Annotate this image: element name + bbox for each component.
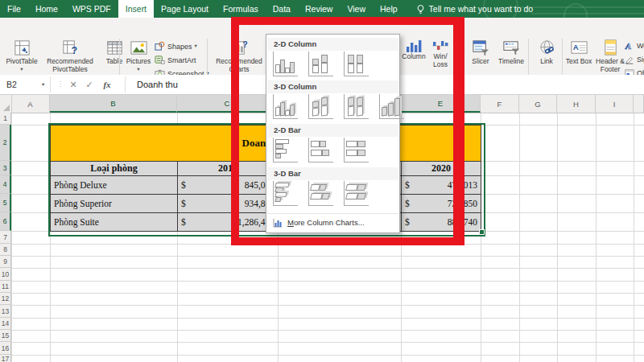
row-header-8[interactable]: 8 xyxy=(0,244,11,256)
row-header-3[interactable]: 3 xyxy=(0,161,11,175)
winloss-sparkline-button[interactable]: Win/ Loss xyxy=(428,39,452,69)
row-headers[interactable]: 1234567891011121314151617 xyxy=(0,113,11,362)
name-box-dropdown-icon[interactable]: ▾ xyxy=(42,82,44,88)
table-row-value[interactable]: $845,037 xyxy=(177,175,279,195)
gridline xyxy=(11,293,644,294)
row-header-14[interactable]: 14 xyxy=(0,318,11,330)
table-row-name[interactable]: Phòng Superior xyxy=(50,194,178,213)
tab-page-layout[interactable]: Page Layout xyxy=(154,0,216,18)
row-header-10[interactable]: 10 xyxy=(0,268,11,281)
link-button[interactable]: Link xyxy=(533,39,560,66)
shapes-icon xyxy=(155,41,165,51)
enter-icon[interactable]: ✓ xyxy=(82,75,97,94)
clustered-bar-chart-icon[interactable] xyxy=(273,138,298,162)
column-header-F[interactable]: F xyxy=(481,95,519,113)
table-row-value[interactable]: $1,286,472 xyxy=(177,212,279,232)
header-footer-icon xyxy=(601,39,620,57)
table-header-room-type[interactable]: Loại phòng xyxy=(50,161,178,176)
more-column-charts-item[interactable]: More Column Charts... xyxy=(267,213,398,231)
column-header-I[interactable]: I xyxy=(596,95,634,113)
row-header-16[interactable]: 16 xyxy=(0,342,11,355)
stacked-column-chart-icon[interactable] xyxy=(308,51,333,76)
smartart-button[interactable]: SmartArt xyxy=(155,55,196,65)
slicer-button[interactable]: Slicer xyxy=(467,39,494,66)
table-row-value[interactable]: $934,802 xyxy=(177,194,279,213)
group-separator xyxy=(207,39,208,79)
stacked100-column-3d-chart-icon[interactable] xyxy=(344,94,369,119)
signature-pen-icon xyxy=(625,55,634,64)
shapes-button[interactable]: Shapes ▾ xyxy=(155,41,197,51)
table-header-2018[interactable]: 2018 xyxy=(177,161,279,176)
cell-value: 475,013 xyxy=(448,180,477,190)
tab-help[interactable]: Help xyxy=(373,0,405,18)
stacked-bar-3d-chart-icon[interactable] xyxy=(308,181,333,206)
gridline xyxy=(11,355,644,356)
cancel-icon[interactable]: ✕ xyxy=(66,75,80,94)
text-box-button[interactable]: A Text Box xyxy=(565,39,592,66)
row-header-2[interactable]: 2 xyxy=(0,125,11,161)
tab-file[interactable]: File xyxy=(0,0,28,18)
row-header-4[interactable]: 4 xyxy=(0,175,11,194)
insert-function-icon[interactable]: fx xyxy=(100,75,114,94)
gallery-section-2-d-column: 2-D Column xyxy=(267,38,398,51)
stacked-bar-chart-icon[interactable] xyxy=(308,138,333,162)
row-header-15[interactable]: 15 xyxy=(0,330,11,342)
row-header-9[interactable]: 9 xyxy=(0,256,11,268)
stacked-column-3d-chart-icon[interactable] xyxy=(308,94,333,119)
tell-me-box[interactable]: Tell me what you want to do xyxy=(429,4,534,14)
tab-insert[interactable]: Insert xyxy=(118,0,154,18)
formula-input[interactable]: Doanh thu xyxy=(137,75,178,94)
pivottable-button[interactable]: PivotTable ▾ xyxy=(3,39,40,72)
table-row-value[interactable]: $475,013 xyxy=(401,175,481,195)
timeline-button[interactable]: Timeline xyxy=(494,39,528,66)
column-header-H[interactable]: H xyxy=(557,95,596,113)
select-all-corner[interactable] xyxy=(0,95,12,113)
pictures-button[interactable]: Pictures ▾ xyxy=(122,39,155,72)
ribbon-tab-bar: FileHomeWPS PDFInsertPage LayoutFormulas… xyxy=(0,0,644,18)
three-d-column-chart-icon[interactable] xyxy=(379,94,404,119)
group-separator xyxy=(119,39,120,79)
stacked100-bar-chart-icon[interactable] xyxy=(344,138,369,162)
row-header-12[interactable]: 12 xyxy=(0,293,11,305)
smartart-label: SmartArt xyxy=(167,56,196,64)
stacked100-bar-3d-chart-icon[interactable] xyxy=(344,181,369,206)
text-box-label: Text Box xyxy=(566,58,592,66)
table-row-value[interactable]: $880,740 xyxy=(401,212,481,232)
table-row-name[interactable]: Phòng Deluxe xyxy=(50,175,178,195)
tab-formulas[interactable]: Formulas xyxy=(216,0,266,18)
tab-wps-pdf[interactable]: WPS PDF xyxy=(65,0,118,18)
recommended-charts-button[interactable]: ? Recommended Charts xyxy=(211,39,267,74)
column-header-partial[interactable] xyxy=(634,95,644,113)
clustered-column-3d-chart-icon[interactable] xyxy=(273,94,298,119)
tab-data[interactable]: Data xyxy=(266,0,298,18)
row-header-1[interactable]: 1 xyxy=(0,113,11,125)
column-header-C[interactable]: C xyxy=(177,95,278,113)
row-header-5[interactable]: 5 xyxy=(0,194,11,212)
column-header-A[interactable]: A xyxy=(11,95,50,113)
header-footer-button[interactable]: Header & Footer xyxy=(593,39,627,74)
tab-review[interactable]: Review xyxy=(298,0,340,18)
stacked100-column-chart-icon[interactable] xyxy=(344,51,369,76)
row-header-13[interactable]: 13 xyxy=(0,305,11,318)
selection-fill-handle[interactable] xyxy=(479,229,485,235)
signature-line-button[interactable]: Signa xyxy=(625,55,644,64)
wordart-button[interactable]: A Word xyxy=(625,41,644,51)
gridline xyxy=(11,330,644,331)
row-header-6[interactable]: 6 xyxy=(0,212,11,231)
column-sparkline-button[interactable]: Column xyxy=(399,39,428,61)
table-row-value[interactable]: $720,850 xyxy=(401,194,481,213)
table-header-2020[interactable]: 2020 xyxy=(401,161,481,176)
clustered-column-chart-icon[interactable] xyxy=(273,51,298,76)
column-header-B[interactable]: B xyxy=(50,95,177,113)
recommended-pivottables-button[interactable]: ? Recommended PivotTables xyxy=(40,39,100,74)
column-header-G[interactable]: G xyxy=(519,95,557,113)
row-header-17[interactable]: 17 xyxy=(0,355,11,362)
column-header-E[interactable]: E xyxy=(401,95,481,113)
tab-home[interactable]: Home xyxy=(28,0,65,18)
row-header-11[interactable]: 11 xyxy=(0,281,11,293)
clustered-bar-3d-chart-icon[interactable] xyxy=(273,181,298,206)
name-box[interactable]: B2 xyxy=(0,75,45,94)
row-header-7[interactable]: 7 xyxy=(0,231,11,244)
table-row-name[interactable]: Phòng Suite xyxy=(50,212,178,232)
tab-view[interactable]: View xyxy=(340,0,373,18)
